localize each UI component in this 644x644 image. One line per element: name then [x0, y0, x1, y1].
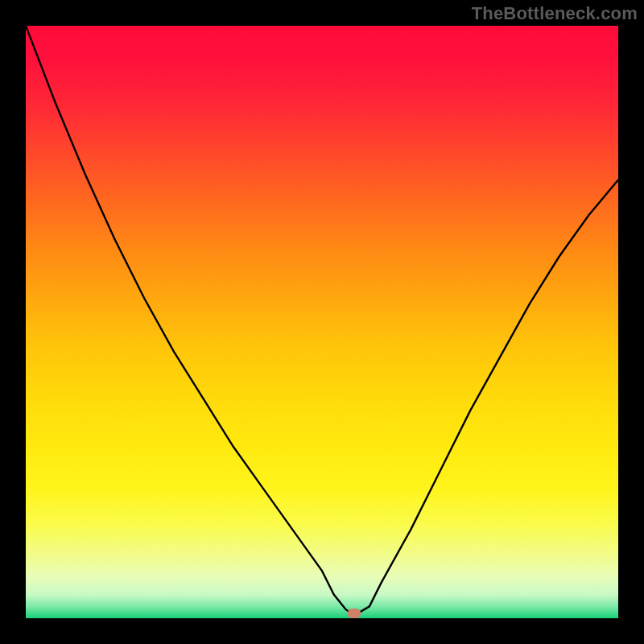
plot-area: [26, 26, 618, 618]
chart-stage: TheBottleneck.com: [0, 0, 644, 644]
watermark-text: TheBottleneck.com: [472, 3, 638, 24]
optimal-point-marker: [348, 609, 361, 618]
bottleneck-curve: [26, 26, 618, 618]
